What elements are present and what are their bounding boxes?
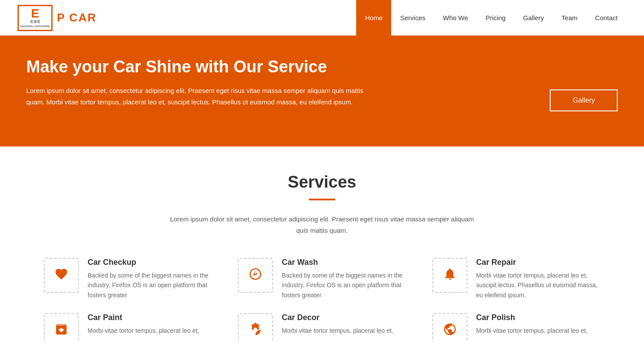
main-nav: Home Services Who We Pricing Gallery Tea… (356, 0, 626, 36)
bell-icon (443, 267, 457, 284)
nav-gallery[interactable]: Gallery (514, 0, 553, 36)
sports-ball-icon (443, 322, 457, 339)
hero-title: Make your Car Shine with Our Service (26, 57, 618, 76)
logo-brand-text: P CAR (57, 11, 96, 25)
service-name-wash: Car Wash (282, 258, 406, 267)
service-icon-box-polish (432, 313, 467, 342)
service-item-car-wash: Car Wash Backed by some of the biggest n… (238, 258, 406, 300)
gallery-button[interactable]: Gallery (550, 89, 618, 111)
service-name-decor: Car Decor (282, 313, 393, 322)
hero-section: Make your Car Shine with Our Service Lor… (0, 36, 644, 146)
heart-icon (54, 267, 68, 284)
service-grid: Car Checkup Backed by some of the bigges… (44, 258, 600, 342)
nav-contact[interactable]: Contact (586, 0, 626, 36)
services-title: Services (44, 173, 600, 192)
service-text-wash: Backed by some of the biggest names in t… (282, 271, 406, 300)
services-description: Lorem ipsum dolor sit amet, consectetur … (169, 214, 475, 236)
services-section: Services Lorem ipsum dolor sit amet, con… (0, 146, 644, 342)
service-text-paint: Morbi vitae tortor tempus, placerat leo … (88, 326, 199, 335)
flower-icon (248, 322, 262, 339)
service-item-car-polish: Car Polish Morbi vitae tortor tempus, pl… (432, 313, 600, 342)
hero-description: Lorem ipsum dolor sit amet, consectetur … (26, 85, 368, 107)
nav-pricing[interactable]: Pricing (477, 0, 514, 36)
service-name-checkup: Car Checkup (88, 258, 212, 267)
service-text-decor: Morbi vitae tortor tempus, placerat leo … (282, 326, 393, 335)
service-icon-box-decor (238, 313, 273, 342)
logo-e-letter: E (31, 7, 39, 20)
service-text-repair: Morbi vitae tortor tempus, placerat leo … (476, 271, 600, 300)
service-item-car-paint: Car Paint Morbi vitae tortor tempus, pla… (44, 313, 212, 342)
logo-box: E 资源君 eyunzhu.com/vdisk (18, 5, 53, 31)
service-name-paint: Car Paint (88, 313, 199, 322)
logo-subtitle2: eyunzhu.com/vdisk (20, 24, 50, 28)
services-underline (309, 199, 335, 200)
service-text-checkup: Backed by some of the biggest names in t… (88, 271, 212, 300)
service-item-car-repair: Car Repair Morbi vitae tortor tempus, pl… (432, 258, 600, 300)
service-name-repair: Car Repair (476, 258, 600, 267)
service-content-repair: Car Repair Morbi vitae tortor tempus, pl… (476, 258, 600, 300)
service-icon-box-repair (432, 258, 467, 293)
header: E 资源君 eyunzhu.com/vdisk P CAR Home Servi… (0, 0, 644, 36)
service-icon-box-paint (44, 313, 79, 342)
nav-home[interactable]: Home (356, 0, 391, 36)
logo-area: E 资源君 eyunzhu.com/vdisk P CAR (18, 5, 96, 31)
service-content-wash: Car Wash Backed by some of the biggest n… (282, 258, 406, 300)
nav-team[interactable]: Team (553, 0, 587, 36)
service-icon-box-wash (238, 258, 273, 293)
service-content-decor: Car Decor Morbi vitae tortor tempus, pla… (282, 313, 393, 335)
service-item-car-decor: Car Decor Morbi vitae tortor tempus, pla… (238, 313, 406, 342)
logo-subtitle1: 资源君 (30, 20, 40, 24)
service-item-car-checkup: Car Checkup Backed by some of the bigges… (44, 258, 212, 300)
box-icon (54, 322, 68, 339)
service-content-checkup: Car Checkup Backed by some of the bigges… (88, 258, 212, 300)
nav-services[interactable]: Services (391, 0, 434, 36)
service-text-polish: Morbi vitae tortor tempus, placerat leo … (476, 326, 587, 335)
compass-icon (248, 267, 262, 284)
nav-who-we[interactable]: Who We (434, 0, 477, 36)
hero-body: Lorem ipsum dolor sit amet, consectetur … (26, 85, 618, 111)
service-content-paint: Car Paint Morbi vitae tortor tempus, pla… (88, 313, 199, 335)
service-content-polish: Car Polish Morbi vitae tortor tempus, pl… (476, 313, 587, 335)
service-icon-box-checkup (44, 258, 79, 293)
service-name-polish: Car Polish (476, 313, 587, 322)
